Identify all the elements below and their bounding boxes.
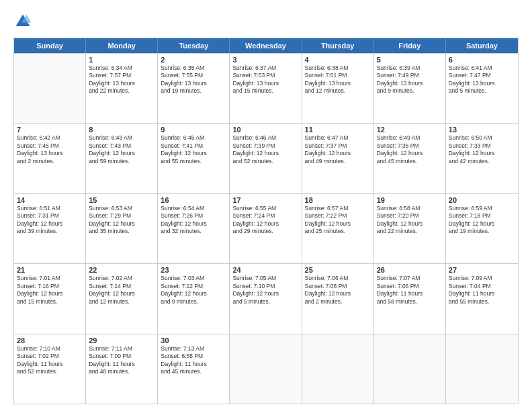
day-number: 12 — [377, 126, 443, 134]
calendar-header: SundayMondayTuesdayWednesdayThursdayFrid… — [14, 38, 518, 53]
day-info: Sunrise: 6:58 AMSunset: 7:20 PMDaylight:… — [377, 205, 443, 236]
day-number: 9 — [161, 126, 226, 134]
day-info: Sunrise: 7:10 AMSunset: 7:02 PMDaylight:… — [17, 345, 83, 376]
calendar-day-empty — [230, 334, 302, 404]
calendar-day-10: 10Sunrise: 6:46 AMSunset: 7:39 PMDayligh… — [230, 124, 302, 193]
day-info: Sunrise: 6:50 AMSunset: 7:33 PMDaylight:… — [449, 134, 515, 165]
calendar-day-6: 6Sunrise: 6:41 AMSunset: 7:47 PMDaylight… — [446, 54, 518, 123]
day-info: Sunrise: 6:34 AMSunset: 7:57 PMDaylight:… — [89, 64, 154, 95]
calendar-day-25: 25Sunrise: 7:06 AMSunset: 7:08 PMDayligh… — [302, 264, 374, 333]
calendar-day-28: 28Sunrise: 7:10 AMSunset: 7:02 PMDayligh… — [14, 334, 86, 404]
page: SundayMondayTuesdayWednesdayThursdayFrid… — [0, 0, 532, 411]
day-info: Sunrise: 6:38 AMSunset: 7:51 PMDaylight:… — [305, 64, 371, 95]
calendar-day-16: 16Sunrise: 6:54 AMSunset: 7:26 PMDayligh… — [158, 194, 230, 263]
calendar-day-30: 30Sunrise: 7:13 AMSunset: 6:58 PMDayligh… — [158, 334, 230, 404]
day-number: 30 — [161, 336, 226, 345]
day-info: Sunrise: 6:35 AMSunset: 7:55 PMDaylight:… — [161, 64, 226, 95]
calendar-week-1: 1Sunrise: 6:34 AMSunset: 7:57 PMDaylight… — [14, 53, 518, 123]
day-info: Sunrise: 7:03 AMSunset: 7:12 PMDaylight:… — [161, 275, 226, 306]
day-info: Sunrise: 7:11 AMSunset: 7:00 PMDaylight:… — [89, 345, 154, 376]
day-number: 14 — [17, 196, 83, 204]
day-number: 7 — [17, 126, 83, 134]
day-info: Sunrise: 6:47 AMSunset: 7:37 PMDaylight:… — [305, 134, 371, 165]
day-number: 23 — [161, 266, 226, 274]
header-day-thursday: Thursday — [302, 38, 374, 53]
calendar-day-26: 26Sunrise: 7:07 AMSunset: 7:06 PMDayligh… — [374, 264, 446, 333]
day-info: Sunrise: 6:59 AMSunset: 7:18 PMDaylight:… — [449, 205, 515, 236]
day-info: Sunrise: 7:05 AMSunset: 7:10 PMDaylight:… — [232, 275, 298, 306]
day-number: 27 — [449, 266, 515, 274]
header-day-friday: Friday — [374, 38, 446, 53]
day-number: 26 — [377, 266, 443, 274]
calendar-day-5: 5Sunrise: 6:39 AMSunset: 7:49 PMDaylight… — [374, 54, 446, 123]
calendar-day-11: 11Sunrise: 6:47 AMSunset: 7:37 PMDayligh… — [302, 124, 374, 193]
header-day-monday: Monday — [86, 38, 158, 53]
header-day-saturday: Saturday — [446, 38, 518, 53]
day-number: 8 — [89, 126, 154, 134]
day-number: 21 — [17, 266, 83, 274]
calendar-day-21: 21Sunrise: 7:01 AMSunset: 7:16 PMDayligh… — [14, 264, 86, 333]
day-info: Sunrise: 7:02 AMSunset: 7:14 PMDaylight:… — [89, 275, 154, 306]
calendar-day-12: 12Sunrise: 6:49 AMSunset: 7:35 PMDayligh… — [374, 124, 446, 193]
logo-icon — [13, 12, 32, 31]
calendar-day-23: 23Sunrise: 7:03 AMSunset: 7:12 PMDayligh… — [158, 264, 230, 333]
calendar-day-empty — [374, 334, 446, 404]
day-number: 18 — [305, 196, 371, 204]
day-number: 10 — [232, 126, 298, 134]
day-info: Sunrise: 6:37 AMSunset: 7:53 PMDaylight:… — [232, 64, 298, 95]
day-info: Sunrise: 6:41 AMSunset: 7:47 PMDaylight:… — [449, 64, 515, 95]
day-info: Sunrise: 7:01 AMSunset: 7:16 PMDaylight:… — [17, 275, 83, 306]
day-info: Sunrise: 6:51 AMSunset: 7:31 PMDaylight:… — [17, 205, 83, 236]
calendar-day-20: 20Sunrise: 6:59 AMSunset: 7:18 PMDayligh… — [446, 194, 518, 263]
day-info: Sunrise: 6:42 AMSunset: 7:45 PMDaylight:… — [17, 134, 83, 165]
calendar-day-empty — [446, 334, 518, 404]
day-info: Sunrise: 6:43 AMSunset: 7:43 PMDaylight:… — [89, 134, 154, 165]
calendar-week-4: 21Sunrise: 7:01 AMSunset: 7:16 PMDayligh… — [14, 263, 518, 333]
calendar-day-18: 18Sunrise: 6:57 AMSunset: 7:22 PMDayligh… — [302, 194, 374, 263]
calendar-day-15: 15Sunrise: 6:53 AMSunset: 7:29 PMDayligh… — [86, 194, 158, 263]
calendar-week-2: 7Sunrise: 6:42 AMSunset: 7:45 PMDaylight… — [14, 123, 518, 193]
day-number: 22 — [89, 266, 154, 274]
calendar-day-empty — [302, 334, 374, 404]
day-number: 4 — [305, 56, 371, 64]
calendar-body: 1Sunrise: 6:34 AMSunset: 7:57 PMDaylight… — [14, 53, 518, 404]
calendar-week-3: 14Sunrise: 6:51 AMSunset: 7:31 PMDayligh… — [14, 193, 518, 263]
day-number: 25 — [305, 266, 371, 274]
day-info: Sunrise: 7:09 AMSunset: 7:04 PMDaylight:… — [449, 275, 515, 306]
header — [13, 12, 519, 31]
day-info: Sunrise: 7:06 AMSunset: 7:08 PMDaylight:… — [305, 275, 371, 306]
day-info: Sunrise: 6:46 AMSunset: 7:39 PMDaylight:… — [232, 134, 298, 165]
header-day-wednesday: Wednesday — [230, 38, 302, 53]
day-number: 5 — [377, 56, 443, 64]
day-number: 16 — [161, 196, 226, 204]
day-info: Sunrise: 6:57 AMSunset: 7:22 PMDaylight:… — [305, 205, 371, 236]
day-info: Sunrise: 7:07 AMSunset: 7:06 PMDaylight:… — [377, 275, 443, 306]
calendar-day-1: 1Sunrise: 6:34 AMSunset: 7:57 PMDaylight… — [86, 54, 158, 123]
header-day-tuesday: Tuesday — [158, 38, 230, 53]
calendar-day-3: 3Sunrise: 6:37 AMSunset: 7:53 PMDaylight… — [230, 54, 302, 123]
day-number: 29 — [89, 336, 154, 345]
day-info: Sunrise: 6:54 AMSunset: 7:26 PMDaylight:… — [161, 205, 226, 236]
calendar-day-13: 13Sunrise: 6:50 AMSunset: 7:33 PMDayligh… — [446, 124, 518, 193]
day-info: Sunrise: 6:49 AMSunset: 7:35 PMDaylight:… — [377, 134, 443, 165]
calendar-day-7: 7Sunrise: 6:42 AMSunset: 7:45 PMDaylight… — [14, 124, 86, 193]
calendar-day-14: 14Sunrise: 6:51 AMSunset: 7:31 PMDayligh… — [14, 194, 86, 263]
day-number: 3 — [232, 56, 298, 64]
day-number: 19 — [377, 196, 443, 204]
day-info: Sunrise: 7:13 AMSunset: 6:58 PMDaylight:… — [161, 345, 226, 376]
day-number: 13 — [449, 126, 515, 134]
day-info: Sunrise: 6:55 AMSunset: 7:24 PMDaylight:… — [232, 205, 298, 236]
calendar-day-9: 9Sunrise: 6:45 AMSunset: 7:41 PMDaylight… — [158, 124, 230, 193]
calendar: SundayMondayTuesdayWednesdayThursdayFrid… — [13, 38, 519, 404]
calendar-week-5: 28Sunrise: 7:10 AMSunset: 7:02 PMDayligh… — [14, 334, 518, 404]
logo — [13, 12, 35, 31]
day-info: Sunrise: 6:53 AMSunset: 7:29 PMDaylight:… — [89, 205, 154, 236]
header-day-sunday: Sunday — [14, 38, 86, 53]
calendar-day-22: 22Sunrise: 7:02 AMSunset: 7:14 PMDayligh… — [86, 264, 158, 333]
calendar-day-17: 17Sunrise: 6:55 AMSunset: 7:24 PMDayligh… — [230, 194, 302, 263]
calendar-day-empty — [14, 54, 86, 123]
day-number: 15 — [89, 196, 154, 204]
calendar-day-19: 19Sunrise: 6:58 AMSunset: 7:20 PMDayligh… — [374, 194, 446, 263]
day-number: 11 — [305, 126, 371, 134]
calendar-day-8: 8Sunrise: 6:43 AMSunset: 7:43 PMDaylight… — [86, 124, 158, 193]
